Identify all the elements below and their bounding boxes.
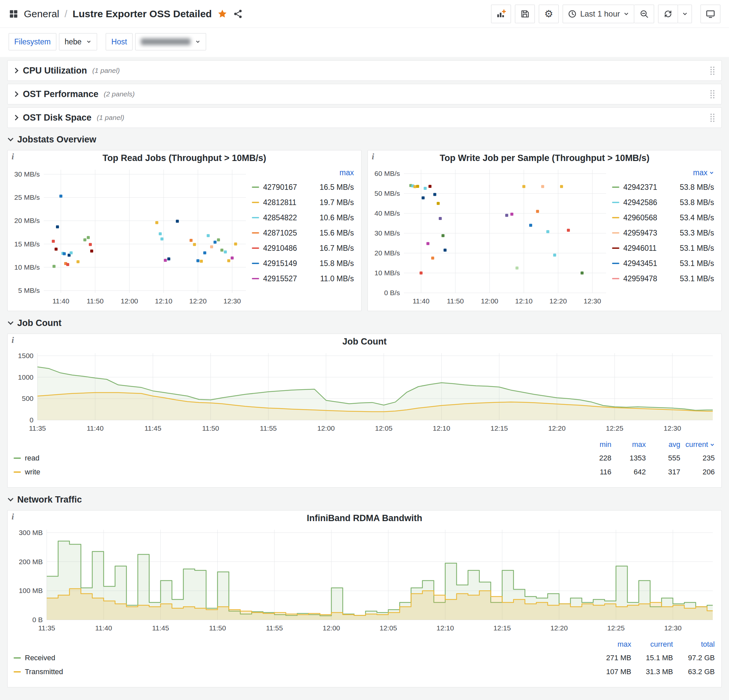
legend-item[interactable]: 4291048616.7 MB/s bbox=[252, 241, 354, 256]
series-color-swatch bbox=[612, 263, 619, 264]
dashboards-grid-icon[interactable] bbox=[9, 9, 19, 19]
legend-series-name: 42790167 bbox=[263, 183, 297, 192]
svg-text:100 MB: 100 MB bbox=[19, 587, 43, 594]
legend-item[interactable]: 4279016716.5 MB/s bbox=[252, 180, 354, 195]
svg-text:11:50: 11:50 bbox=[202, 424, 219, 432]
legend-series-name: 42854822 bbox=[263, 213, 297, 222]
legend-item[interactable]: 4287102515.6 MB/s bbox=[252, 225, 354, 241]
panel-header[interactable]: Job Count bbox=[7, 334, 722, 349]
kiosk-mode-button[interactable] bbox=[700, 4, 720, 23]
dashboard-settings-button[interactable]: ⚙ bbox=[539, 4, 559, 23]
variables-bar: Filesystem hebe Host bbox=[0, 28, 729, 57]
chart-svg: 15001000500011:3511:4011:4511:5011:5512:… bbox=[10, 349, 719, 435]
legend-value: 1353 bbox=[611, 454, 646, 462]
filesystem-select-value: hebe bbox=[65, 38, 81, 46]
legend-sort-header[interactable]: max bbox=[612, 166, 714, 180]
legend-item[interactable]: 4294601153.1 MB/s bbox=[612, 241, 714, 256]
legend-item[interactable]: 4291552711.0 MB/s bbox=[252, 271, 354, 286]
legend-item[interactable]: 4295947353.3 MB/s bbox=[612, 225, 714, 241]
zoom-out-button[interactable] bbox=[634, 4, 654, 23]
row-ost-performance[interactable]: OST Performance (2 panels) bbox=[7, 84, 722, 105]
share-icon[interactable] bbox=[233, 9, 243, 19]
panel-header[interactable]: Top Write Job per Sample (Throughput > 1… bbox=[368, 150, 722, 166]
svg-text:11:55: 11:55 bbox=[266, 624, 283, 632]
legend-value: 555 bbox=[646, 454, 680, 462]
legend-column-header[interactable]: max bbox=[611, 440, 646, 449]
legend-item[interactable]: 4294345153.1 MB/s bbox=[612, 256, 714, 271]
series-color-swatch bbox=[14, 671, 21, 672]
row-drag-handle[interactable] bbox=[709, 65, 715, 76]
legend-item[interactable]: write116642317206 bbox=[14, 465, 715, 479]
panel-info-icon[interactable]: i bbox=[12, 152, 14, 161]
series-color-swatch bbox=[612, 278, 619, 279]
svg-text:12:15: 12:15 bbox=[494, 624, 511, 632]
legend-item[interactable]: 4285482210.6 MB/s bbox=[252, 210, 354, 225]
row-ost-disk-space[interactable]: OST Disk Space (1 panel) bbox=[7, 107, 722, 128]
panel-top-write-jobs: i Top Write Job per Sample (Throughput >… bbox=[367, 150, 722, 311]
legend-sort-header[interactable]: max bbox=[252, 166, 354, 180]
legend-item[interactable]: 4295947853.1 MB/s bbox=[612, 271, 714, 286]
legend-item[interactable]: 4291514915.8 MB/s bbox=[252, 256, 354, 271]
legend-column-header[interactable]: total bbox=[673, 640, 715, 649]
svg-text:0: 0 bbox=[29, 416, 33, 424]
legend-item[interactable]: Received271 MB15.1 MB97.2 GB bbox=[14, 651, 715, 665]
gear-icon: ⚙ bbox=[544, 9, 553, 19]
row-job-count[interactable]: Job Count bbox=[7, 314, 722, 332]
save-dashboard-button[interactable] bbox=[515, 4, 535, 23]
legend-item[interactable]: 4296056853.4 MB/s bbox=[612, 210, 714, 225]
row-jobstats-overview[interactable]: Jobstats Overview bbox=[7, 131, 722, 148]
chart-svg: 30 MB/s25 MB/s20 MB/s15 MB/s10 MB/s5 MB/… bbox=[9, 166, 251, 308]
row-cpu-utilization[interactable]: CPU Utilization (1 panel) bbox=[7, 60, 722, 81]
panel-info-icon[interactable]: i bbox=[12, 513, 14, 521]
favorite-star-icon[interactable] bbox=[217, 9, 228, 19]
host-select[interactable] bbox=[135, 33, 206, 50]
legend-item[interactable]: 4294237153.8 MB/s bbox=[612, 180, 714, 195]
panel-title: Top Write Job per Sample (Throughput > 1… bbox=[440, 153, 649, 163]
row-drag-handle[interactable] bbox=[709, 89, 715, 99]
panel-info-icon[interactable]: i bbox=[372, 152, 374, 161]
svg-text:11:35: 11:35 bbox=[29, 424, 46, 432]
legend-item[interactable]: read2281353555235 bbox=[14, 451, 715, 465]
panel-header[interactable]: Top Read Jobs (Throughput > 10MB/s) bbox=[7, 150, 361, 166]
legend-value: 116 bbox=[577, 468, 611, 476]
top-read-jobs-chart: 30 MB/s25 MB/s20 MB/s15 MB/s10 MB/s5 MB/… bbox=[9, 166, 251, 308]
row-title: Network Traffic bbox=[17, 495, 82, 505]
legend-column-header[interactable]: current bbox=[680, 440, 715, 449]
legend-item[interactable]: 4281281119.7 MB/s bbox=[252, 195, 354, 210]
svg-text:12:30: 12:30 bbox=[223, 297, 241, 305]
panel-header[interactable]: InfiniBand RDMA Bandwith bbox=[7, 511, 722, 526]
time-range-picker[interactable]: Last 1 hour bbox=[563, 4, 634, 23]
legend-column-header[interactable]: max bbox=[590, 640, 631, 649]
legend-column-header[interactable]: avg bbox=[646, 440, 680, 449]
jobstats-panels: i Top Read Jobs (Throughput > 10MB/s) 30… bbox=[7, 150, 722, 311]
filesystem-select[interactable]: hebe bbox=[59, 33, 97, 50]
legend-item[interactable]: 4294258653.8 MB/s bbox=[612, 195, 714, 210]
add-visualization-button[interactable] bbox=[491, 4, 511, 23]
row-drag-handle[interactable] bbox=[709, 113, 715, 123]
legend-item[interactable]: Transmitted107 MB31.3 MB63.2 GB bbox=[14, 665, 715, 679]
svg-text:15 MB/s: 15 MB/s bbox=[14, 240, 40, 248]
series-color-swatch bbox=[252, 186, 259, 188]
panel-info-icon[interactable]: i bbox=[12, 336, 14, 344]
svg-text:12:05: 12:05 bbox=[380, 624, 397, 632]
row-title: Jobstats Overview bbox=[17, 135, 96, 145]
series-color-swatch bbox=[612, 202, 619, 203]
legend-series-name: 42959473 bbox=[623, 229, 657, 238]
legend-column-header[interactable]: current bbox=[631, 640, 673, 649]
refresh-interval-dropdown[interactable] bbox=[678, 4, 692, 23]
legend-value: 31.3 MB bbox=[631, 668, 673, 676]
refresh-button[interactable] bbox=[658, 4, 678, 23]
legend-column-header[interactable]: min bbox=[577, 440, 611, 449]
legend-header-row: minmaxavgcurrent bbox=[14, 438, 715, 451]
time-range-label: Last 1 hour bbox=[580, 9, 620, 19]
legend-value: 642 bbox=[611, 468, 646, 476]
legend-header-row: maxcurrenttotal bbox=[14, 638, 715, 651]
bar-chart-plus-icon bbox=[496, 9, 506, 19]
legend-series-name: 42960568 bbox=[623, 213, 657, 222]
row-network-traffic[interactable]: Network Traffic bbox=[7, 491, 722, 508]
svg-text:12:10: 12:10 bbox=[155, 297, 173, 305]
row-title: OST Disk Space bbox=[23, 113, 91, 123]
breadcrumb-folder[interactable]: General bbox=[24, 8, 59, 20]
chevron-down-icon bbox=[195, 39, 200, 44]
svg-text:11:40: 11:40 bbox=[87, 424, 104, 432]
